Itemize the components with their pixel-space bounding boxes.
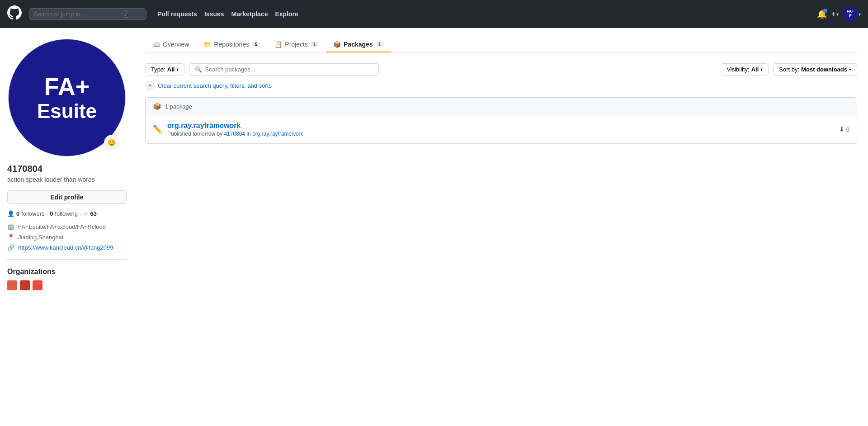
nav-pull-requests[interactable]: Pull requests (157, 10, 197, 18)
packages-search-box[interactable]: 🔍 (189, 63, 379, 76)
type-value: All (167, 66, 175, 73)
followers-count: 0 (16, 210, 19, 217)
package-org-link[interactable]: org.ray.rayframework (252, 131, 303, 137)
dot-separator2: · (80, 210, 81, 217)
following-label: following (55, 210, 78, 217)
tab-packages[interactable]: 📦 Packages 1 (326, 37, 391, 52)
package-item-meta: Published tomorrow by 4170804 in org.ray… (167, 131, 839, 137)
meta-prefix: Published tomorrow by (167, 131, 224, 137)
packages-tab-badge: 1 (376, 42, 384, 47)
nav-right: 🔔 + ▾ FA+E ▾ (817, 7, 861, 21)
clear-filters-link[interactable]: Clear current search query, filters, and… (158, 82, 272, 89)
sidebar-divider (7, 259, 127, 260)
projects-tab-icon: 📋 (274, 41, 282, 48)
package-item-info: org.ray.rayframework Published tomorrow … (167, 122, 839, 137)
orgs-title: Organizations (7, 268, 127, 276)
packages-tab-icon: 📦 (333, 41, 341, 48)
tab-overview[interactable]: 📖 Overview (145, 37, 196, 52)
followers-link[interactable]: 0 (16, 210, 19, 217)
repositories-tab-badge: 5 (252, 42, 260, 47)
main-content: 📖 Overview 📁 Repositories 5 📋 Projects 1… (134, 28, 868, 426)
username: 4170804 (7, 164, 127, 174)
avatar-chevron-icon: ▾ (859, 12, 861, 17)
projects-tab-badge: 1 (311, 42, 319, 47)
nav-marketplace[interactable]: Marketplace (231, 10, 268, 18)
sortby-value: Most downloads (801, 66, 847, 73)
plus-icon: + (831, 10, 835, 18)
org-icon-2[interactable] (20, 280, 30, 290)
package-count-icon: 📦 (153, 102, 161, 110)
avatar: FA+E (843, 7, 858, 21)
download-icon: ⬇ (839, 126, 844, 133)
org-icon-1[interactable] (7, 280, 17, 290)
package-downloads: ⬇ 0 (839, 126, 849, 133)
overview-tab-icon: 📖 (152, 41, 160, 48)
nav-links: Pull requests Issues Marketplace Explore (157, 10, 298, 18)
search-input[interactable] (34, 11, 120, 18)
package-type-icon: ✏️ (153, 124, 163, 134)
package-author-link[interactable]: 4170804 (224, 131, 245, 137)
repositories-tab-icon: 📁 (203, 41, 211, 48)
organizations-section: Organizations (7, 268, 127, 290)
search-bar[interactable]: / (29, 8, 146, 20)
bio: action speak louder than words (7, 176, 127, 183)
avatar-line1: FA+ (44, 73, 90, 100)
avatar-emoji-button[interactable]: 😊 (104, 135, 119, 150)
sortby-label: Sort by: (779, 66, 799, 73)
link-icon: 🔗 (7, 244, 14, 251)
add-menu-button[interactable]: + ▾ (831, 10, 839, 18)
user-avatar-menu[interactable]: FA+E ▾ (843, 7, 861, 21)
packages-search-input[interactable] (205, 66, 373, 73)
table-row: ✏️ org.ray.rayframework Published tomorr… (146, 115, 857, 143)
package-list-container: 📦 1 package ✏️ org.ray.rayframework Publ… (145, 97, 857, 144)
toolbar-right: Visibility: All ▾ Sort by: Most download… (721, 63, 857, 76)
packages-tab-label: Packages (344, 41, 373, 48)
repositories-tab-label: Repositories (214, 41, 249, 48)
clear-x-icon[interactable]: ✕ (145, 81, 154, 90)
stars-link[interactable]: 63 (90, 210, 97, 217)
sortby-button[interactable]: Sort by: Most downloads ▾ (773, 63, 857, 76)
org-label: FA+Esuite/FA+Ecloud/FA+Rcloud (18, 223, 106, 230)
projects-tab-label: Projects (285, 41, 308, 48)
website-link[interactable]: https://www.kancloud.cn/@fang2099 (18, 244, 113, 251)
edit-profile-button[interactable]: Edit profile (7, 190, 127, 204)
followers-icon: 👤 (7, 210, 14, 217)
followers-label: followers (21, 210, 44, 217)
sidebar: FA+ Esuite 😊 4170804 action speak louder… (0, 28, 134, 426)
nav-explore[interactable]: Explore (275, 10, 298, 18)
visibility-label: Visibility: (726, 66, 749, 73)
package-name-link[interactable]: org.ray.rayframework (167, 122, 241, 129)
stats-row: 👤 0 followers · 0 following · ☆ 63 (7, 210, 127, 217)
slash-key-badge: / (123, 10, 129, 18)
following-link[interactable]: 0 (50, 210, 53, 217)
type-filter-button[interactable]: Type: All ▾ (145, 63, 184, 76)
packages-toolbar: Type: All ▾ 🔍 Visibility: All ▾ Sort by:… (145, 63, 857, 76)
download-count: 0 (846, 126, 849, 133)
stars-count: 63 (90, 210, 97, 217)
type-label: Type: (151, 66, 165, 73)
tab-repositories[interactable]: 📁 Repositories 5 (196, 37, 267, 52)
tab-projects[interactable]: 📋 Projects 1 (267, 37, 326, 52)
org-icon: 🏢 (7, 223, 14, 230)
meta-org: 🏢 FA+Esuite/FA+Ecloud/FA+Rcloud (7, 223, 127, 230)
notification-bell-icon[interactable]: 🔔 (817, 9, 827, 19)
dot-separator: · (47, 210, 48, 217)
avatar-container: FA+ Esuite 😊 (8, 39, 126, 156)
following-count: 0 (50, 210, 53, 217)
package-count-label: 1 package (165, 103, 192, 110)
github-logo-icon[interactable] (7, 5, 22, 23)
sortby-chevron-icon: ▾ (849, 67, 851, 72)
chevron-down-icon: ▾ (836, 12, 839, 17)
visibility-chevron-icon: ▾ (760, 67, 763, 72)
avatar-line2: Esuite (37, 100, 97, 122)
nav-issues[interactable]: Issues (204, 10, 224, 18)
type-chevron-icon: ▾ (176, 67, 179, 72)
navbar: / Pull requests Issues Marketplace Explo… (0, 0, 868, 28)
location-icon: 📍 (7, 234, 14, 241)
package-list-header: 📦 1 package (146, 98, 857, 115)
meta-location: 📍 Jiading,Shanghai (7, 234, 127, 241)
location-label: Jiading,Shanghai (18, 234, 63, 241)
visibility-filter-button[interactable]: Visibility: All ▾ (721, 63, 769, 76)
org-icon-3[interactable] (33, 280, 42, 290)
org-icons (7, 280, 127, 290)
